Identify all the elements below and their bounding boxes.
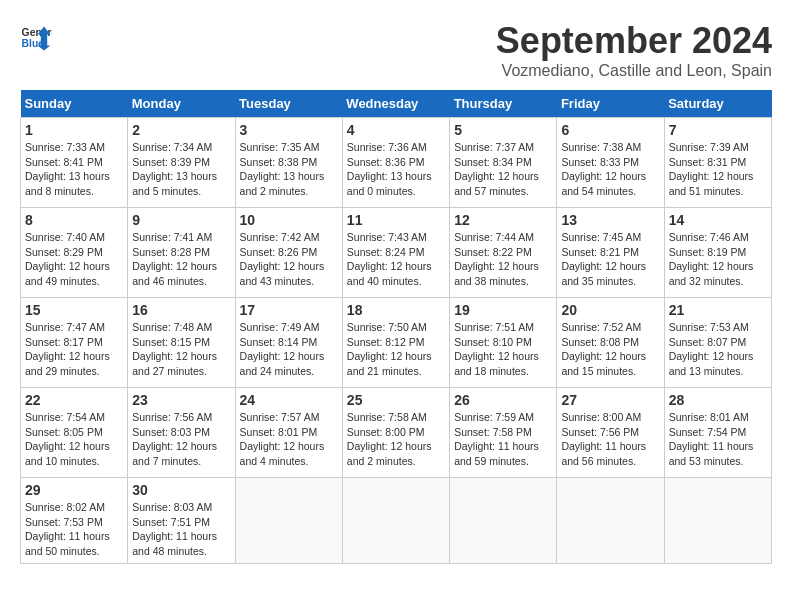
day-number: 9 <box>132 212 230 228</box>
day-info: Sunrise: 7:38 AM Sunset: 8:33 PM Dayligh… <box>561 140 659 199</box>
day-info: Sunrise: 7:58 AM Sunset: 8:00 PM Dayligh… <box>347 410 445 469</box>
day-info: Sunrise: 7:41 AM Sunset: 8:28 PM Dayligh… <box>132 230 230 289</box>
calendar-table: SundayMondayTuesdayWednesdayThursdayFrid… <box>20 90 772 564</box>
calendar-cell: 2Sunrise: 7:34 AM Sunset: 8:39 PM Daylig… <box>128 118 235 208</box>
calendar-cell: 28Sunrise: 8:01 AM Sunset: 7:54 PM Dayli… <box>664 388 771 478</box>
calendar-cell: 12Sunrise: 7:44 AM Sunset: 8:22 PM Dayli… <box>450 208 557 298</box>
day-info: Sunrise: 7:44 AM Sunset: 8:22 PM Dayligh… <box>454 230 552 289</box>
calendar-cell: 1Sunrise: 7:33 AM Sunset: 8:41 PM Daylig… <box>21 118 128 208</box>
day-number: 23 <box>132 392 230 408</box>
day-info: Sunrise: 8:02 AM Sunset: 7:53 PM Dayligh… <box>25 500 123 559</box>
day-number: 28 <box>669 392 767 408</box>
day-number: 3 <box>240 122 338 138</box>
calendar-cell: 27Sunrise: 8:00 AM Sunset: 7:56 PM Dayli… <box>557 388 664 478</box>
calendar-cell: 6Sunrise: 7:38 AM Sunset: 8:33 PM Daylig… <box>557 118 664 208</box>
calendar-week-5: 29Sunrise: 8:02 AM Sunset: 7:53 PM Dayli… <box>21 478 772 564</box>
day-number: 26 <box>454 392 552 408</box>
calendar-cell: 22Sunrise: 7:54 AM Sunset: 8:05 PM Dayli… <box>21 388 128 478</box>
day-info: Sunrise: 7:59 AM Sunset: 7:58 PM Dayligh… <box>454 410 552 469</box>
day-number: 2 <box>132 122 230 138</box>
title-block: September 2024 Vozmediano, Castille and … <box>496 20 772 80</box>
calendar-cell: 18Sunrise: 7:50 AM Sunset: 8:12 PM Dayli… <box>342 298 449 388</box>
header-saturday: Saturday <box>664 90 771 118</box>
day-number: 24 <box>240 392 338 408</box>
day-info: Sunrise: 7:54 AM Sunset: 8:05 PM Dayligh… <box>25 410 123 469</box>
day-info: Sunrise: 7:56 AM Sunset: 8:03 PM Dayligh… <box>132 410 230 469</box>
calendar-cell <box>664 478 771 564</box>
page-header: General Blue September 2024 Vozmediano, … <box>20 20 772 80</box>
header-tuesday: Tuesday <box>235 90 342 118</box>
day-info: Sunrise: 7:37 AM Sunset: 8:34 PM Dayligh… <box>454 140 552 199</box>
calendar-cell: 17Sunrise: 7:49 AM Sunset: 8:14 PM Dayli… <box>235 298 342 388</box>
header-thursday: Thursday <box>450 90 557 118</box>
day-number: 17 <box>240 302 338 318</box>
day-number: 27 <box>561 392 659 408</box>
header-friday: Friday <box>557 90 664 118</box>
calendar-cell: 19Sunrise: 7:51 AM Sunset: 8:10 PM Dayli… <box>450 298 557 388</box>
day-info: Sunrise: 8:00 AM Sunset: 7:56 PM Dayligh… <box>561 410 659 469</box>
day-number: 25 <box>347 392 445 408</box>
day-info: Sunrise: 7:52 AM Sunset: 8:08 PM Dayligh… <box>561 320 659 379</box>
day-number: 16 <box>132 302 230 318</box>
day-info: Sunrise: 7:33 AM Sunset: 8:41 PM Dayligh… <box>25 140 123 199</box>
month-title: September 2024 <box>496 20 772 62</box>
day-info: Sunrise: 7:39 AM Sunset: 8:31 PM Dayligh… <box>669 140 767 199</box>
day-number: 10 <box>240 212 338 228</box>
day-info: Sunrise: 8:01 AM Sunset: 7:54 PM Dayligh… <box>669 410 767 469</box>
calendar-week-3: 15Sunrise: 7:47 AM Sunset: 8:17 PM Dayli… <box>21 298 772 388</box>
header-monday: Monday <box>128 90 235 118</box>
calendar-cell: 4Sunrise: 7:36 AM Sunset: 8:36 PM Daylig… <box>342 118 449 208</box>
day-info: Sunrise: 7:40 AM Sunset: 8:29 PM Dayligh… <box>25 230 123 289</box>
day-info: Sunrise: 7:47 AM Sunset: 8:17 PM Dayligh… <box>25 320 123 379</box>
location: Vozmediano, Castille and Leon, Spain <box>496 62 772 80</box>
calendar-cell: 13Sunrise: 7:45 AM Sunset: 8:21 PM Dayli… <box>557 208 664 298</box>
day-info: Sunrise: 8:03 AM Sunset: 7:51 PM Dayligh… <box>132 500 230 559</box>
day-number: 18 <box>347 302 445 318</box>
calendar-cell <box>342 478 449 564</box>
day-number: 15 <box>25 302 123 318</box>
calendar-cell: 20Sunrise: 7:52 AM Sunset: 8:08 PM Dayli… <box>557 298 664 388</box>
day-number: 8 <box>25 212 123 228</box>
day-number: 22 <box>25 392 123 408</box>
calendar-cell: 21Sunrise: 7:53 AM Sunset: 8:07 PM Dayli… <box>664 298 771 388</box>
calendar-week-4: 22Sunrise: 7:54 AM Sunset: 8:05 PM Dayli… <box>21 388 772 478</box>
calendar-cell: 25Sunrise: 7:58 AM Sunset: 8:00 PM Dayli… <box>342 388 449 478</box>
day-number: 7 <box>669 122 767 138</box>
day-info: Sunrise: 7:50 AM Sunset: 8:12 PM Dayligh… <box>347 320 445 379</box>
calendar-cell: 7Sunrise: 7:39 AM Sunset: 8:31 PM Daylig… <box>664 118 771 208</box>
calendar-cell: 14Sunrise: 7:46 AM Sunset: 8:19 PM Dayli… <box>664 208 771 298</box>
day-number: 19 <box>454 302 552 318</box>
calendar-week-2: 8Sunrise: 7:40 AM Sunset: 8:29 PM Daylig… <box>21 208 772 298</box>
day-number: 20 <box>561 302 659 318</box>
day-info: Sunrise: 7:48 AM Sunset: 8:15 PM Dayligh… <box>132 320 230 379</box>
day-info: Sunrise: 7:53 AM Sunset: 8:07 PM Dayligh… <box>669 320 767 379</box>
calendar-cell: 3Sunrise: 7:35 AM Sunset: 8:38 PM Daylig… <box>235 118 342 208</box>
calendar-cell: 11Sunrise: 7:43 AM Sunset: 8:24 PM Dayli… <box>342 208 449 298</box>
calendar-cell: 30Sunrise: 8:03 AM Sunset: 7:51 PM Dayli… <box>128 478 235 564</box>
day-number: 11 <box>347 212 445 228</box>
day-number: 6 <box>561 122 659 138</box>
day-number: 5 <box>454 122 552 138</box>
day-info: Sunrise: 7:57 AM Sunset: 8:01 PM Dayligh… <box>240 410 338 469</box>
calendar-cell <box>450 478 557 564</box>
day-info: Sunrise: 7:46 AM Sunset: 8:19 PM Dayligh… <box>669 230 767 289</box>
day-number: 13 <box>561 212 659 228</box>
day-number: 12 <box>454 212 552 228</box>
day-number: 14 <box>669 212 767 228</box>
day-info: Sunrise: 7:45 AM Sunset: 8:21 PM Dayligh… <box>561 230 659 289</box>
day-info: Sunrise: 7:43 AM Sunset: 8:24 PM Dayligh… <box>347 230 445 289</box>
calendar-cell: 8Sunrise: 7:40 AM Sunset: 8:29 PM Daylig… <box>21 208 128 298</box>
calendar-cell: 24Sunrise: 7:57 AM Sunset: 8:01 PM Dayli… <box>235 388 342 478</box>
calendar-cell: 23Sunrise: 7:56 AM Sunset: 8:03 PM Dayli… <box>128 388 235 478</box>
day-number: 4 <box>347 122 445 138</box>
calendar-cell: 5Sunrise: 7:37 AM Sunset: 8:34 PM Daylig… <box>450 118 557 208</box>
header-sunday: Sunday <box>21 90 128 118</box>
calendar-cell: 16Sunrise: 7:48 AM Sunset: 8:15 PM Dayli… <box>128 298 235 388</box>
calendar-header-row: SundayMondayTuesdayWednesdayThursdayFrid… <box>21 90 772 118</box>
calendar-cell: 15Sunrise: 7:47 AM Sunset: 8:17 PM Dayli… <box>21 298 128 388</box>
day-info: Sunrise: 7:35 AM Sunset: 8:38 PM Dayligh… <box>240 140 338 199</box>
day-info: Sunrise: 7:51 AM Sunset: 8:10 PM Dayligh… <box>454 320 552 379</box>
logo: General Blue <box>20 20 52 52</box>
calendar-week-1: 1Sunrise: 7:33 AM Sunset: 8:41 PM Daylig… <box>21 118 772 208</box>
header-wednesday: Wednesday <box>342 90 449 118</box>
